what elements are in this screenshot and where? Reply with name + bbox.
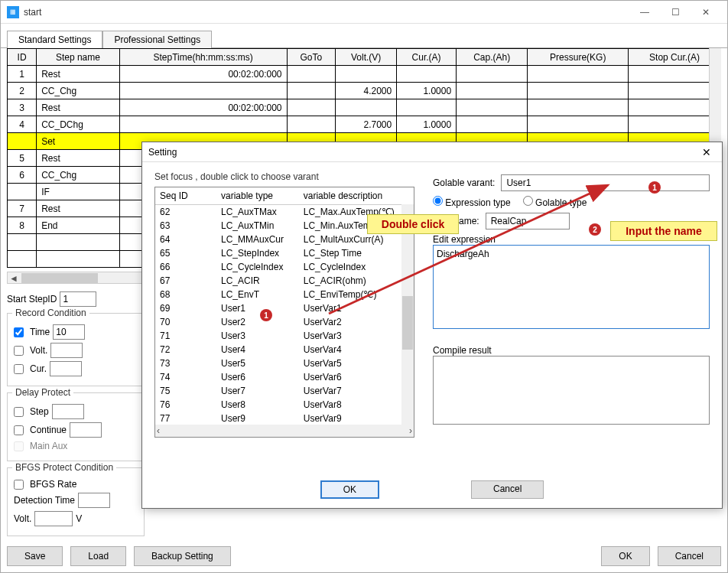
delay-legend: Delay Protect (12, 387, 73, 398)
steps-col[interactable]: Cap.(Ah) (457, 49, 528, 66)
variable-row[interactable]: 71User3UserVar3 (155, 329, 414, 343)
cancel-button[interactable]: Cancel (658, 546, 721, 566)
golable-type-radio[interactable]: Golable type (523, 196, 587, 208)
variable-row[interactable]: 75User7UserVar7 (155, 384, 414, 398)
footer: Save Load Backup Setting OK Cancel (7, 546, 721, 566)
bfgs-group: BFGS Protect Condition BFGS Rate Detecti… (7, 467, 145, 536)
variant-hint: Set focus , double click to choose varan… (154, 171, 414, 182)
compile-label: Compile result (433, 345, 710, 356)
detect-label: Detection Time (14, 495, 75, 506)
dialog-title: Setting (148, 147, 697, 158)
window-title: start (24, 7, 629, 18)
volt2-input[interactable] (34, 511, 73, 526)
scroll-left-icon[interactable]: ◄ (8, 272, 20, 284)
app-icon: ▦ (7, 6, 19, 18)
col-desc[interactable]: variable description (299, 187, 414, 205)
cur-label: Cur. (30, 363, 47, 374)
variable-row[interactable]: 69User1UserVar1 (155, 301, 414, 315)
variable-row[interactable]: 74User6UserVar6 (155, 370, 414, 384)
ok-button[interactable]: OK (601, 546, 649, 566)
steps-col[interactable]: StepTime(hh:mm:ss:ms) (119, 49, 287, 66)
mainaux-label: Main Aux (30, 441, 67, 451)
compile-result-textarea[interactable] (433, 356, 710, 425)
volt-checkbox[interactable] (14, 346, 24, 356)
start-stepid-label: Start StepID (7, 294, 57, 304)
time-label: Time (30, 327, 50, 337)
steps-col[interactable]: Cur.(A) (397, 49, 457, 66)
steps-col[interactable]: ID (8, 49, 37, 66)
dialog-cancel-button[interactable]: Cancel (471, 480, 544, 499)
badge-1a: 1 (260, 309, 272, 321)
variable-row[interactable]: 67LC_ACIRLC_ACIR(ohm) (155, 274, 414, 288)
tab-professional[interactable]: Professional Settings (102, 31, 212, 48)
dialog-ok-button[interactable]: OK (320, 480, 379, 499)
bfgs-legend: BFGS Protect Condition (12, 462, 116, 473)
backup-button[interactable]: Backup Setting (134, 546, 231, 566)
expr-type-radio[interactable]: Expression type (433, 196, 511, 208)
mainaux-checkbox (14, 441, 24, 451)
tab-standard[interactable]: Standard Settings (7, 31, 102, 48)
setting-dialog: Setting ✕ Set focus , double click to ch… (141, 142, 723, 509)
maximize-button[interactable]: ☐ (660, 2, 691, 22)
edit-expression-textarea[interactable] (433, 245, 710, 329)
start-stepid-input[interactable] (60, 291, 96, 307)
bfgs-rate-label: BFGS Rate (30, 479, 76, 490)
record-legend: Record Condition (12, 308, 89, 318)
detect-input[interactable] (78, 493, 110, 508)
golable-input[interactable] (501, 174, 710, 191)
step-row[interactable]: 2CC_Chg4.20001.0000 (8, 83, 721, 99)
variable-row[interactable]: 64LC_MMAuxCurLC_MultAuxCurr(A) (155, 233, 414, 246)
volt2-label: Volt. (14, 513, 31, 524)
cur-checkbox[interactable] (14, 364, 24, 374)
step-input[interactable] (52, 404, 84, 419)
cur-input[interactable] (50, 361, 82, 376)
steps-col[interactable]: GoTo (287, 49, 336, 66)
variable-row[interactable]: 72User4UserVar4 (155, 343, 414, 356)
col-type[interactable]: variable type (216, 187, 299, 205)
continue-label: Continue (30, 425, 67, 435)
bfgs-rate-checkbox[interactable] (14, 480, 24, 490)
golable-label: Golable varant: (433, 177, 495, 188)
continue-input[interactable] (70, 422, 102, 438)
variable-row[interactable]: 77User9UserVar9 (155, 412, 414, 425)
titlebar: ▦ start — ☐ ✕ (1, 1, 727, 24)
expname-input[interactable] (486, 213, 570, 230)
step-row[interactable]: 3Rest00:02:00:000 (8, 99, 721, 116)
badge-2: 2 (589, 223, 601, 236)
step-row[interactable]: 4CC_DChg2.70001.0000 (8, 116, 721, 133)
callout-double-click: Double click (367, 214, 459, 234)
step-row[interactable]: 1Rest00:02:00:000 (8, 66, 721, 83)
steps-col[interactable]: Stop Cur.(A) (629, 49, 721, 66)
variable-row[interactable]: 66LC_CycleIndexLC_CycleIndex (155, 260, 414, 274)
minimize-button[interactable]: — (629, 2, 660, 22)
varlist-scroll-h[interactable]: ‹› (155, 425, 414, 437)
volt-label: Volt. (30, 345, 47, 356)
step-checkbox[interactable] (14, 407, 24, 417)
col-seq[interactable]: Seq ID (155, 187, 216, 205)
steps-col[interactable]: Volt.(V) (336, 49, 397, 66)
steps-col[interactable]: Step name (37, 49, 120, 66)
time-input[interactable] (53, 324, 85, 340)
variable-row[interactable]: 73User5UserVar5 (155, 356, 414, 370)
callout-input-name: Input the name (610, 221, 717, 241)
time-checkbox[interactable] (14, 327, 24, 337)
save-button[interactable]: Save (7, 546, 63, 566)
record-condition-group: Record Condition Time Volt. Cur. (7, 313, 145, 386)
steps-col[interactable]: Pressure(KG) (528, 49, 629, 66)
close-button[interactable]: ✕ (691, 2, 721, 22)
varlist-scroll-v[interactable] (401, 204, 414, 425)
variable-row[interactable]: 68LC_EnvTLC_EnviTemp(℃) (155, 288, 414, 301)
delay-protect-group: Delay Protect Step Continue Main Aux (7, 392, 145, 461)
unit-v: V (76, 513, 82, 524)
scroll-thumb[interactable] (21, 273, 98, 283)
badge-1b: 1 (648, 181, 661, 194)
variable-row[interactable]: 65LC_StepIndexLC_Step Time (155, 246, 414, 260)
variable-row[interactable]: 76User8UserVar8 (155, 398, 414, 412)
load-button[interactable]: Load (70, 546, 126, 566)
volt-input[interactable] (50, 343, 83, 358)
step-label: Step (30, 406, 49, 417)
tab-strip: Standard Settings Professional Settings (1, 24, 727, 47)
variable-row[interactable]: 70User2UserVar2 (155, 315, 414, 329)
continue-checkbox[interactable] (14, 425, 24, 435)
dialog-close-button[interactable]: ✕ (697, 146, 716, 158)
